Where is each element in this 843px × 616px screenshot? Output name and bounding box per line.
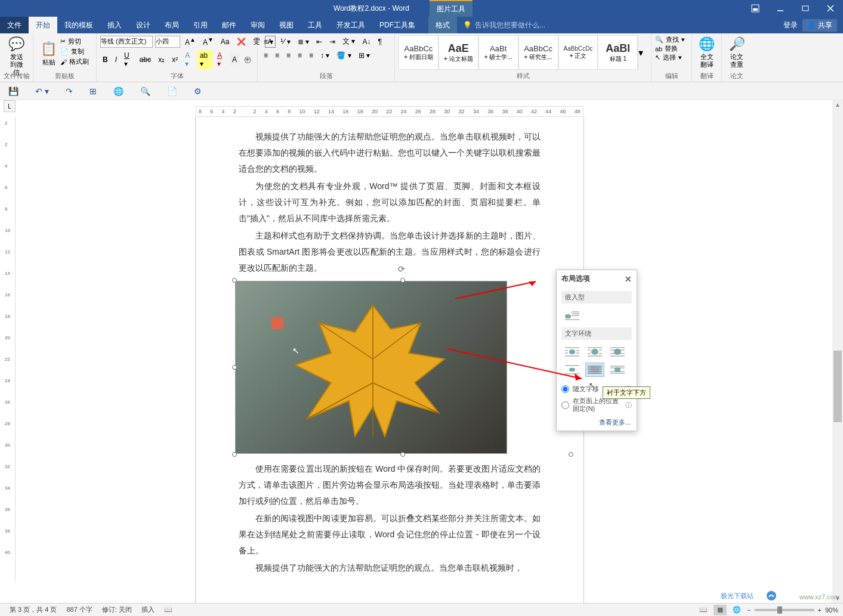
paste-button[interactable]: 📋 粘贴 [37, 35, 60, 72]
font-name-select[interactable] [100, 36, 153, 48]
layout-inline-icon[interactable] [563, 308, 582, 323]
thesis-check-button[interactable]: 🔎 论文 查重 [725, 35, 748, 70]
paragraph-4[interactable]: 使用在需要位置出现的新按钮在 Word 中保存时间。若要更改图片适应文档的方式，… [239, 461, 541, 509]
view-read-mode[interactable]: 📖 [697, 605, 710, 615]
layout-popup-close-button[interactable]: ✕ [625, 274, 632, 284]
zoom-slider-thumb[interactable] [777, 606, 782, 614]
font-color-button[interactable]: A ▾ [215, 50, 227, 69]
style-cover-date[interactable]: AaBbCc+ 封面日期 [399, 35, 439, 70]
qat-save-button[interactable]: 💾 [6, 85, 21, 97]
layout-square-icon[interactable] [563, 345, 582, 359]
paragraph-2[interactable]: 为使您的文档具有专业外观，Word™ 提供了页眉、页脚、封面和文本框设计，这些设… [239, 178, 541, 227]
find-button[interactable]: 🔍查找 ▾ [655, 35, 688, 44]
tell-me-search[interactable]: 💡 告诉我您想要做什么... [457, 17, 551, 33]
decrease-indent-button[interactable]: ⇤ [314, 36, 325, 47]
shading-button[interactable]: 🪣 ▾ [334, 50, 353, 61]
zoom-slider[interactable] [755, 609, 814, 611]
login-link[interactable]: 登录 [783, 20, 798, 30]
handle-top-mid[interactable] [400, 278, 405, 283]
paragraph-1[interactable]: 视频提供了功能强大的方法帮助您证明您的观点。当您单击联机视频时，可以在想要添加的… [239, 129, 541, 177]
qat-undo-button[interactable]: ↶ ▾ [33, 85, 51, 97]
bold-button[interactable]: B [100, 54, 110, 65]
menu-mailings[interactable]: 邮件 [215, 17, 243, 33]
document-area[interactable]: 视频提供了功能强大的方法帮助您证明您的观点。当您单击联机视频时，可以在想要添加的… [18, 117, 832, 603]
qat-btn-7[interactable]: 📄 [165, 85, 180, 97]
close-button[interactable] [818, 0, 843, 17]
layout-topbottom-icon[interactable] [563, 363, 582, 377]
strikethrough-button[interactable]: abc [137, 54, 153, 65]
vertical-scrollbar[interactable]: ▲ ▼ [832, 100, 843, 603]
horizontal-ruler[interactable]: 8642246810121416182022242628303234363840… [196, 106, 583, 117]
style-master[interactable]: AaBt+ 硕士学... [478, 35, 518, 70]
style-normal[interactable]: AaBbCcDc+ 正文 [558, 35, 598, 70]
paragraph-5[interactable]: 在新的阅读视图中阅读更加容易。可以折叠文档某些部分并关注所需文本。如果在达到结尾… [239, 510, 541, 559]
qat-redo-button[interactable]: ↷ [63, 85, 75, 97]
vertical-ruler[interactable]: 2 2 4 6 8 10 12 14 16 18 20 22 24 26 28 … [4, 117, 16, 582]
paragraph-6[interactable]: 视频提供了功能强大的方法帮助您证明您的观点。当您单击联机视频时， [239, 560, 541, 576]
shrink-font-button[interactable]: A▼ [200, 35, 216, 48]
subscript-button[interactable]: x₂ [156, 54, 167, 65]
align-left-button[interactable]: ≡ [261, 50, 270, 61]
font-size-select[interactable] [155, 36, 180, 48]
italic-button[interactable]: I [113, 54, 119, 65]
selected-image[interactable]: ⟳ ↖ [235, 281, 570, 454]
zoom-out-button[interactable]: − [747, 606, 751, 614]
share-button[interactable]: 👤 共享 [802, 19, 837, 32]
superscript-button[interactable]: x² [169, 54, 180, 65]
multilevel-button[interactable]: ≣ ▾ [295, 36, 311, 47]
style-graduate[interactable]: AaBbCc+ 研究生... [518, 35, 558, 70]
qat-btn-8[interactable]: ⚙ [192, 85, 204, 97]
select-button[interactable]: ↖选择 ▾ [655, 53, 688, 62]
menu-pdf[interactable]: PDF工具集 [372, 17, 422, 33]
paragraph-3[interactable]: 主题和样式也有助于文档保持协调。当您单击设计并选择新的主题时，图片、图表或 Sm… [239, 228, 541, 276]
copy-button[interactable]: 📄复制 [60, 47, 89, 56]
menu-view[interactable]: 视图 [272, 17, 301, 33]
view-web-layout[interactable]: 🌐 [730, 605, 743, 615]
menu-insert[interactable]: 插入 [100, 17, 129, 33]
sort-button[interactable]: A↓ [360, 36, 373, 47]
qat-btn-5[interactable]: 🌐 [111, 85, 126, 97]
clear-format-button[interactable]: ❌ [234, 36, 248, 47]
style-heading1[interactable]: AaBl标题 1 [598, 35, 638, 70]
scroll-up-button[interactable]: ▲ [832, 100, 843, 108]
styles-expand[interactable]: ▾ [638, 35, 647, 70]
handle-bot-mid[interactable] [400, 452, 405, 457]
menu-format[interactable]: 格式 [428, 17, 457, 33]
change-case-button[interactable]: Aa [218, 36, 232, 47]
qat-btn-6[interactable]: 🔍 [138, 85, 153, 97]
menu-file[interactable]: 文件 [0, 17, 29, 33]
radio-fix-position[interactable] [561, 401, 569, 409]
highlight-button[interactable]: ab ▾ [197, 50, 212, 69]
cut-button[interactable]: ✂剪切 [60, 37, 89, 46]
handle-top-left[interactable] [232, 278, 237, 283]
menu-references[interactable]: 引用 [186, 17, 215, 33]
replace-button[interactable]: ab替换 [655, 44, 688, 53]
text-direction-button[interactable]: 文 ▾ [340, 35, 357, 48]
menu-home[interactable]: 开始 [29, 17, 57, 33]
scrollbar-thumb[interactable] [833, 351, 842, 422]
rotate-handle[interactable]: ⟳ [398, 264, 405, 274]
layout-behind-text-icon[interactable] [585, 363, 604, 377]
zoom-in-button[interactable]: + [818, 606, 822, 614]
underline-button[interactable]: U ▾ [122, 50, 135, 69]
increase-indent-button[interactable]: ⇥ [327, 36, 338, 47]
line-spacing-button[interactable]: ↕ ▾ [318, 50, 332, 61]
radio-move-with-text[interactable] [561, 385, 569, 393]
status-word-count[interactable]: 887 个字 [61, 605, 97, 614]
info-icon-2[interactable]: ⓘ [625, 401, 632, 410]
zoom-level[interactable]: 90% [825, 606, 838, 614]
status-track-changes[interactable]: 修订: 关闭 [97, 605, 137, 614]
handle-mid-left[interactable] [232, 365, 237, 370]
status-insert-mode[interactable]: 插入 [137, 605, 159, 614]
ribbon-display-options[interactable] [743, 0, 768, 17]
justify-button[interactable]: ≡ [295, 50, 304, 61]
layout-tight-icon[interactable] [585, 345, 604, 359]
show-marks-button[interactable]: ¶ [375, 36, 384, 47]
menu-templates[interactable]: 我的模板 [57, 17, 100, 33]
align-right-button[interactable]: ≡ [284, 50, 293, 61]
status-extra[interactable]: 📖 [159, 606, 177, 614]
qat-btn-4[interactable]: ⊞ [87, 85, 99, 97]
minimize-button[interactable] [768, 0, 793, 17]
style-thesis-title[interactable]: AaE+ 论文标题 [439, 35, 478, 70]
layout-infront-text-icon[interactable] [608, 363, 627, 377]
